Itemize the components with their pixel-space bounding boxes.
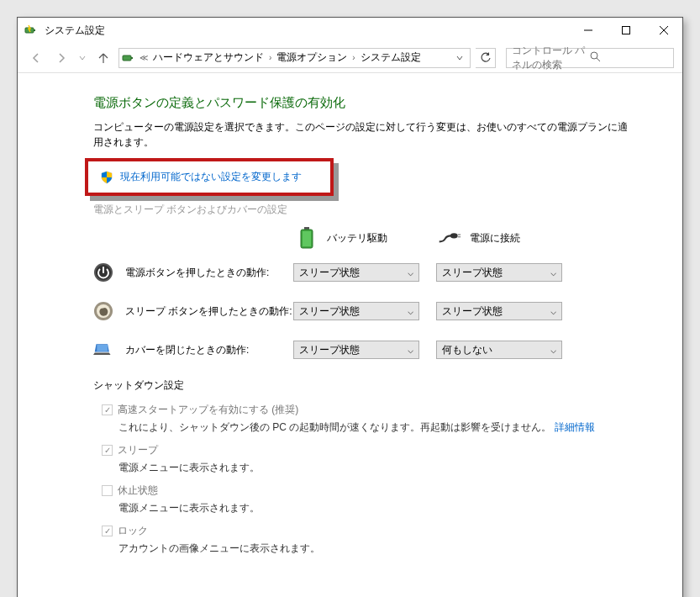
breadcrumb-item[interactable]: 電源オプション: [273, 50, 350, 65]
battery-select[interactable]: スリープ状態⌵: [293, 302, 419, 320]
battery-icon: [295, 229, 318, 247]
svg-rect-7: [131, 57, 133, 59]
checkbox[interactable]: [102, 526, 113, 536]
chevron-down-icon: ⌵: [550, 267, 556, 278]
breadcrumb[interactable]: ≪ ハードウェアとサウンド › 電源オプション › システム設定: [118, 48, 471, 68]
row-icon: [93, 262, 113, 283]
ac-select[interactable]: スリープ状態⌵: [436, 263, 562, 282]
minimize-button[interactable]: [569, 18, 607, 43]
window-controls: [569, 18, 682, 43]
ac-select[interactable]: 何もしない⌵: [436, 341, 562, 359]
checkbox[interactable]: [102, 404, 113, 415]
checkbox-label: 休止状態: [118, 483, 158, 498]
battery-label: バッテリ駆動: [327, 231, 387, 246]
chevron-down-icon: ⌵: [408, 344, 413, 356]
column-headers: バッテリ駆動 電源に接続: [295, 229, 632, 247]
back-button[interactable]: [26, 48, 46, 68]
checkbox-row: ロック: [102, 524, 632, 538]
uac-shield-icon: [100, 171, 113, 184]
checkbox-description: アカウントの画像メニューに表示されます。: [118, 542, 632, 556]
checkbox-label: スリープ: [118, 443, 158, 457]
row-icon: [93, 301, 113, 321]
checkbox-label: 高速スタートアップを有効にする (推奨): [118, 403, 298, 417]
svg-line-9: [597, 58, 600, 61]
battery-select[interactable]: スリープ状態⌵: [293, 263, 419, 282]
row-label: 電源ボタンを押したときの動作:: [125, 266, 293, 280]
chevron-down-icon: ⌵: [550, 305, 556, 317]
forward-button[interactable]: [51, 48, 71, 68]
chevron-right-icon: ›: [350, 53, 356, 62]
breadcrumb-sep: ≪: [138, 53, 150, 62]
option-row: 電源ボタンを押したときの動作:スリープ状態⌵スリープ状態⌵: [93, 262, 632, 283]
search-placeholder: コントロール パネルの検索: [512, 44, 590, 72]
option-row: スリープ ボタンを押したときの動作:スリープ状態⌵スリープ状態⌵: [93, 301, 632, 321]
power-options-icon: [24, 24, 38, 37]
checkbox[interactable]: [102, 485, 113, 496]
search-icon: [590, 51, 668, 65]
section-heading-power-sleep: 電源とスリープ ボタンおよびカバーの設定: [93, 203, 632, 217]
checkbox-row: 休止状態: [102, 483, 632, 498]
checkbox-row: スリープ: [102, 443, 632, 457]
breadcrumb-item[interactable]: ハードウェアとサウンド: [150, 50, 267, 65]
titlebar: システム設定: [18, 18, 682, 43]
details-link[interactable]: 詳細情報: [555, 421, 595, 433]
svg-rect-12: [303, 231, 311, 246]
svg-rect-20: [97, 345, 108, 351]
up-button[interactable]: [93, 48, 113, 68]
navigation-bar: ≪ ハードウェアとサウンド › 電源オプション › システム設定 コントロール …: [18, 43, 682, 73]
recent-dropdown[interactable]: [76, 48, 88, 68]
svg-rect-6: [123, 55, 131, 61]
row-label: スリープ ボタンを押したときの動作:: [125, 304, 293, 319]
ac-label: 電源に接続: [470, 231, 520, 246]
ac-column-header: 電源に接続: [438, 229, 581, 247]
plug-icon: [438, 229, 461, 247]
highlighted-change-settings: 現在利用可能ではない設定を変更します: [85, 158, 334, 196]
shutdown-settings-heading: シャットダウン設定: [93, 378, 632, 393]
window: システム設定: [17, 17, 683, 597]
checkbox[interactable]: [102, 445, 113, 456]
power-options-icon: [121, 50, 136, 66]
checkbox-row: 高速スタートアップを有効にする (推奨): [102, 403, 632, 417]
row-label: カバーを閉じたときの動作:: [125, 343, 293, 357]
chevron-down-icon: ⌵: [408, 305, 413, 317]
page-description: コンピューターの電源設定を選択できます。このページの設定に対して行う変更は、お使…: [93, 119, 632, 150]
option-row: カバーを閉じたときの動作:スリープ状態⌵何もしない⌵: [93, 340, 632, 360]
svg-point-8: [591, 52, 597, 59]
close-button[interactable]: [645, 18, 682, 43]
battery-column-header: バッテリ駆動: [295, 229, 438, 247]
svg-rect-1: [34, 29, 35, 31]
search-input[interactable]: コントロール パネルの検索: [506, 48, 674, 68]
change-unavailable-settings-link[interactable]: 現在利用可能ではない設定を変更します: [120, 170, 302, 184]
checkbox-description: 電源メニューに表示されます。: [118, 501, 632, 515]
maximize-button[interactable]: [607, 18, 645, 43]
checkbox-description: これにより、シャットダウン後の PC の起動時間が速くなります。再起動は影響を受…: [118, 420, 632, 435]
ac-select[interactable]: スリープ状態⌵: [436, 302, 562, 320]
content-area: 電源ボタンの定義とパスワード保護の有効化 コンピューターの電源設定を選択できます…: [18, 73, 682, 581]
breadcrumb-dropdown[interactable]: [451, 52, 468, 64]
battery-select[interactable]: スリープ状態⌵: [293, 341, 419, 359]
window-title: システム設定: [45, 24, 569, 38]
page-title: 電源ボタンの定義とパスワード保護の有効化: [93, 95, 632, 111]
chevron-right-icon: ›: [267, 53, 273, 62]
chevron-down-icon: ⌵: [408, 267, 413, 278]
row-icon: [93, 340, 113, 360]
breadcrumb-item[interactable]: システム設定: [357, 50, 424, 65]
checkbox-label: ロック: [118, 524, 148, 538]
svg-point-13: [450, 233, 458, 238]
chevron-down-icon: ⌵: [550, 344, 556, 356]
refresh-button[interactable]: [476, 48, 496, 68]
checkbox-description: 電源メニューに表示されます。: [118, 461, 632, 475]
svg-rect-3: [622, 27, 629, 34]
